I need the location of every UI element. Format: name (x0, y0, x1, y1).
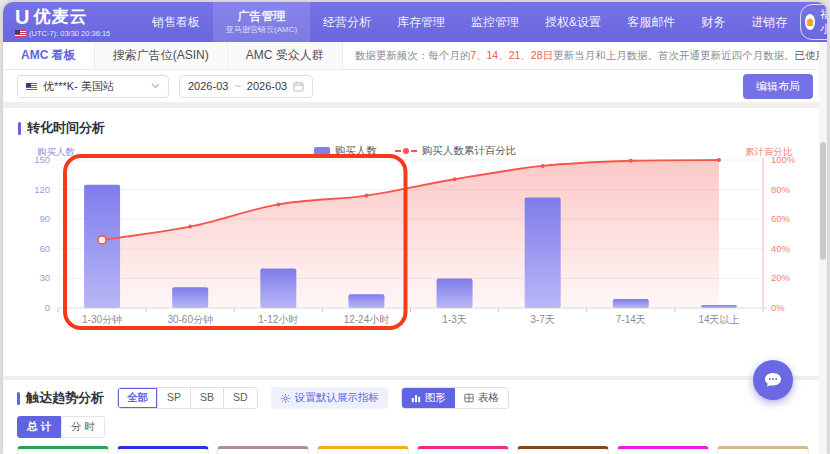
line-point-1-12小时[interactable] (276, 202, 280, 206)
edit-layout-button[interactable]: 编辑布局 (743, 74, 813, 99)
nav-item-销售看板[interactable]: 销售看板 (139, 2, 213, 42)
reach-trend-toolbar: 触达趋势分析 全部SPSBSD 设置默认展示指标 图形 表格 (17, 387, 813, 409)
line-point-12-24小时[interactable] (364, 194, 368, 198)
us-flag-icon (26, 83, 37, 90)
title-accent-bar (17, 392, 20, 405)
date-range-picker[interactable]: 2026-03 ~ 2026-03 (179, 75, 313, 98)
chat-bubble-icon (763, 371, 783, 389)
left-tick-0: 0 (45, 302, 50, 313)
line-point-1-3天[interactable] (453, 177, 457, 181)
left-tick-30: 30 (39, 272, 50, 283)
reach-section-title: 触达趋势分析 (17, 389, 104, 407)
cumulative-area (102, 160, 719, 308)
house-icon (805, 14, 815, 30)
gear-icon (280, 393, 291, 404)
bar-30-60分钟[interactable] (172, 287, 208, 308)
line-point-3-7天[interactable] (541, 164, 545, 168)
pareto-chart: 03060901201500%20%40%60%80%100%1-30分钟30-… (3, 152, 827, 338)
welfare-label: 福利小屋 (820, 7, 827, 37)
tab-AMC 受众人群[interactable]: AMC 受众人群 (228, 42, 343, 69)
date-start: 2026-03 (188, 80, 228, 92)
view-toggle: 图形 表格 (401, 387, 509, 409)
right-tick-100%: 100% (771, 154, 796, 165)
line-point-14天以上[interactable] (717, 158, 721, 162)
nav-item-经营分析[interactable]: 经营分析 (310, 2, 384, 42)
view-chart-button[interactable]: 图形 (402, 388, 455, 408)
logo-block[interactable]: U 优麦云 (UTC-7): 03/30 20:36:15 (15, 7, 133, 38)
x-label-3-7天: 3-7天 (530, 314, 554, 325)
metric-card-点击量[interactable]: 点击量 (617, 446, 709, 454)
utc-clock: (UTC-7): 03/30 20:36:15 (29, 29, 110, 38)
bar-7-14天[interactable] (613, 299, 649, 308)
tab-AMC 看板[interactable]: AMC 看板 (3, 42, 95, 69)
table-icon (464, 393, 474, 403)
bar-1-12小时[interactable] (260, 269, 296, 308)
metric-card-广告花费[interactable]: 广告花费 (17, 446, 109, 454)
view-table-button[interactable]: 表格 (455, 388, 508, 408)
chat-fab-button[interactable] (753, 360, 793, 400)
nav-item-监控管理[interactable]: 监控管理 (458, 2, 532, 42)
line-point-30-60分钟[interactable] (188, 225, 192, 229)
left-tick-90: 90 (39, 213, 50, 224)
nav-item-广告管理[interactable]: 广告管理亚马逊营销云(AMC) (213, 2, 310, 42)
line-point-1-30分钟[interactable] (98, 236, 106, 244)
right-tick-60%: 60% (771, 213, 791, 224)
subtab-分时[interactable]: 分 时 (61, 416, 105, 438)
line-point-7-14天[interactable] (629, 159, 633, 163)
top-navbar: U 优麦云 (UTC-7): 03/30 20:36:15 销售看板广告管理亚马… (3, 2, 827, 42)
metric-card-单点击花费[interactable]: 单点击花费 (717, 446, 809, 454)
welfare-house-button[interactable]: 福利小屋 (800, 4, 827, 40)
right-tick-20%: 20% (771, 272, 791, 283)
nav-item-客服邮件[interactable]: 客服邮件 (614, 2, 688, 42)
left-tick-120: 120 (34, 184, 50, 195)
scrollbar-thumb[interactable] (820, 142, 826, 260)
site-select[interactable]: 优***K- 美国站 (17, 75, 169, 98)
date-end: 2026-03 (247, 80, 287, 92)
right-tick-80%: 80% (771, 184, 791, 195)
tab-list: AMC 看板搜索广告位(ASIN)AMC 受众人群 (3, 42, 343, 69)
metric-card-人均曝光[interactable]: 人均曝光 (317, 446, 409, 454)
bar-1-3天[interactable] (437, 278, 473, 308)
nav-item-授权&设置[interactable]: 授权&设置 (532, 2, 614, 42)
subtab-总计[interactable]: 总 计 (17, 416, 61, 438)
metric-cards-row: 广告花费曝光量触达人数人均曝光新客总数新客触达比例点击量单点击花费 (17, 446, 813, 454)
date-separator: ~ (234, 80, 240, 92)
bar-14天以上[interactable] (701, 305, 737, 308)
reach-trend-panel: 触达趋势分析 全部SPSBSD 设置默认展示指标 图形 表格 总 计分 时 广告… (3, 380, 827, 454)
right-tick-40%: 40% (771, 243, 791, 254)
nav-right: 福利小屋 (800, 4, 827, 40)
conversion-time-panel: 转化时间分析 购买人数 购买人数累计百分比 购买人数 累计百分比 0306090… (3, 108, 827, 376)
amc-tab-row: AMC 看板搜索广告位(ASIN)AMC 受众人群 数据更新频次：每个月的 7、… (3, 42, 827, 70)
update-note: 数据更新频次：每个月的 7、14、21、28日 更新当月和上月数据。首次开通更新… (355, 42, 795, 69)
nav-item-进销存[interactable]: 进销存 (738, 2, 800, 42)
vertical-scrollbar[interactable] (819, 42, 827, 454)
left-tick-150: 150 (34, 154, 50, 165)
ad-type-filter-group: 全部SPSBSD (117, 387, 258, 409)
bar-chart-icon (411, 393, 421, 403)
nav-item-库存管理[interactable]: 库存管理 (384, 2, 458, 42)
bar-1-30分钟[interactable] (84, 185, 120, 308)
tab-搜索广告位(ASIN)[interactable]: 搜索广告位(ASIN) (95, 42, 228, 69)
brand-name: 优麦云 (33, 8, 87, 25)
x-label-12-24小时: 12-24小时 (344, 314, 390, 325)
metric-card-触达人数[interactable]: 触达人数 (217, 446, 309, 454)
bar-3-7天[interactable] (525, 197, 561, 308)
site-select-value: 优***K- 美国站 (43, 79, 114, 94)
ad-type-button-SB[interactable]: SB (191, 388, 224, 408)
chevron-down-icon (151, 83, 160, 89)
ad-type-button-SP[interactable]: SP (158, 388, 191, 408)
nav-menu: 销售看板广告管理亚马逊营销云(AMC)经营分析库存管理监控管理授权&设置客服邮件… (139, 2, 800, 42)
bar-12-24小时[interactable] (348, 294, 384, 308)
default-metrics-settings-button[interactable]: 设置默认展示指标 (271, 387, 388, 409)
right-tick-0%: 0% (771, 302, 785, 313)
nav-item-财务[interactable]: 财务 (688, 2, 738, 42)
us-flag-icon (15, 30, 26, 37)
ad-type-button-全部[interactable]: 全部 (118, 388, 158, 408)
metric-card-曝光量[interactable]: 曝光量 (117, 446, 209, 454)
filter-row: 优***K- 美国站 2026-03 ~ 2026-03 编辑布局 (3, 70, 827, 103)
metric-card-新客总数[interactable]: 新客总数 (417, 446, 509, 454)
title-accent-bar (18, 122, 21, 135)
metric-card-新客触达比例[interactable]: 新客触达比例 (517, 446, 609, 454)
brand-logo-icon: U (15, 7, 28, 27)
ad-type-button-SD[interactable]: SD (224, 388, 257, 408)
